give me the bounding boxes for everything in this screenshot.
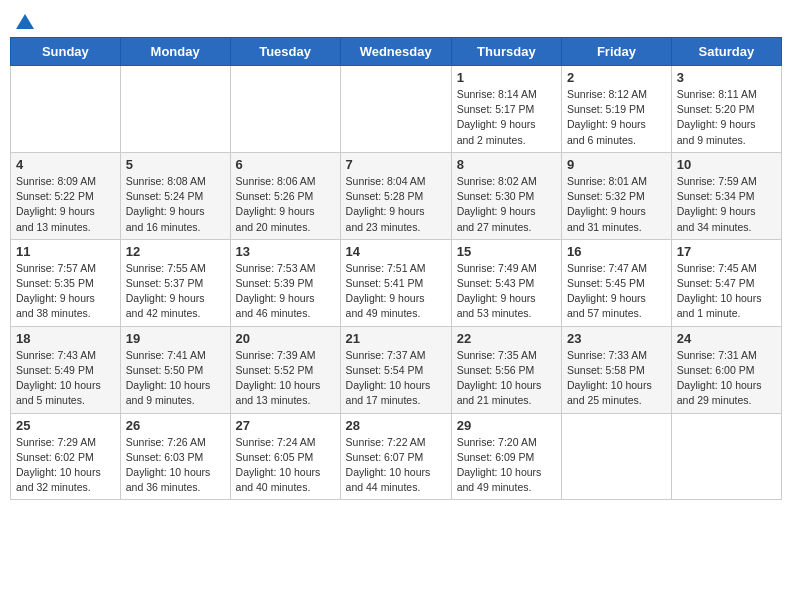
calendar-cell xyxy=(120,66,230,153)
sun-info: Sunrise: 7:24 AM Sunset: 6:05 PM Dayligh… xyxy=(236,435,335,496)
day-number: 5 xyxy=(126,157,225,172)
calendar-cell: 28Sunrise: 7:22 AM Sunset: 6:07 PM Dayli… xyxy=(340,413,451,500)
calendar-cell: 14Sunrise: 7:51 AM Sunset: 5:41 PM Dayli… xyxy=(340,239,451,326)
day-number: 16 xyxy=(567,244,666,259)
sun-info: Sunrise: 8:09 AM Sunset: 5:22 PM Dayligh… xyxy=(16,174,115,235)
calendar-cell: 15Sunrise: 7:49 AM Sunset: 5:43 PM Dayli… xyxy=(451,239,561,326)
column-header-tuesday: Tuesday xyxy=(230,38,340,66)
calendar-cell: 12Sunrise: 7:55 AM Sunset: 5:37 PM Dayli… xyxy=(120,239,230,326)
calendar-cell: 13Sunrise: 7:53 AM Sunset: 5:39 PM Dayli… xyxy=(230,239,340,326)
sun-info: Sunrise: 7:33 AM Sunset: 5:58 PM Dayligh… xyxy=(567,348,666,409)
calendar-week-row: 4Sunrise: 8:09 AM Sunset: 5:22 PM Daylig… xyxy=(11,152,782,239)
sun-info: Sunrise: 8:01 AM Sunset: 5:32 PM Dayligh… xyxy=(567,174,666,235)
day-number: 20 xyxy=(236,331,335,346)
sun-info: Sunrise: 8:14 AM Sunset: 5:17 PM Dayligh… xyxy=(457,87,556,148)
day-number: 21 xyxy=(346,331,446,346)
calendar-cell: 8Sunrise: 8:02 AM Sunset: 5:30 PM Daylig… xyxy=(451,152,561,239)
calendar-cell xyxy=(562,413,672,500)
page-header xyxy=(10,10,782,31)
day-number: 26 xyxy=(126,418,225,433)
day-number: 3 xyxy=(677,70,776,85)
calendar-cell: 6Sunrise: 8:06 AM Sunset: 5:26 PM Daylig… xyxy=(230,152,340,239)
sun-info: Sunrise: 7:31 AM Sunset: 6:00 PM Dayligh… xyxy=(677,348,776,409)
column-header-friday: Friday xyxy=(562,38,672,66)
day-number: 24 xyxy=(677,331,776,346)
day-number: 7 xyxy=(346,157,446,172)
calendar-week-row: 18Sunrise: 7:43 AM Sunset: 5:49 PM Dayli… xyxy=(11,326,782,413)
calendar-cell: 29Sunrise: 7:20 AM Sunset: 6:09 PM Dayli… xyxy=(451,413,561,500)
calendar-cell: 25Sunrise: 7:29 AM Sunset: 6:02 PM Dayli… xyxy=(11,413,121,500)
sun-info: Sunrise: 7:41 AM Sunset: 5:50 PM Dayligh… xyxy=(126,348,225,409)
calendar-header-row: SundayMondayTuesdayWednesdayThursdayFrid… xyxy=(11,38,782,66)
day-number: 25 xyxy=(16,418,115,433)
sun-info: Sunrise: 8:08 AM Sunset: 5:24 PM Dayligh… xyxy=(126,174,225,235)
sun-info: Sunrise: 7:39 AM Sunset: 5:52 PM Dayligh… xyxy=(236,348,335,409)
calendar-cell: 18Sunrise: 7:43 AM Sunset: 5:49 PM Dayli… xyxy=(11,326,121,413)
calendar-cell xyxy=(230,66,340,153)
sun-info: Sunrise: 7:43 AM Sunset: 5:49 PM Dayligh… xyxy=(16,348,115,409)
day-number: 14 xyxy=(346,244,446,259)
day-number: 22 xyxy=(457,331,556,346)
sun-info: Sunrise: 7:59 AM Sunset: 5:34 PM Dayligh… xyxy=(677,174,776,235)
sun-info: Sunrise: 7:53 AM Sunset: 5:39 PM Dayligh… xyxy=(236,261,335,322)
column-header-saturday: Saturday xyxy=(671,38,781,66)
day-number: 6 xyxy=(236,157,335,172)
day-number: 4 xyxy=(16,157,115,172)
logo xyxy=(14,10,34,31)
day-number: 11 xyxy=(16,244,115,259)
sun-info: Sunrise: 8:02 AM Sunset: 5:30 PM Dayligh… xyxy=(457,174,556,235)
sun-info: Sunrise: 7:55 AM Sunset: 5:37 PM Dayligh… xyxy=(126,261,225,322)
calendar-cell xyxy=(671,413,781,500)
day-number: 18 xyxy=(16,331,115,346)
day-number: 13 xyxy=(236,244,335,259)
day-number: 29 xyxy=(457,418,556,433)
calendar-cell: 9Sunrise: 8:01 AM Sunset: 5:32 PM Daylig… xyxy=(562,152,672,239)
sun-info: Sunrise: 7:49 AM Sunset: 5:43 PM Dayligh… xyxy=(457,261,556,322)
calendar-cell: 22Sunrise: 7:35 AM Sunset: 5:56 PM Dayli… xyxy=(451,326,561,413)
sun-info: Sunrise: 8:06 AM Sunset: 5:26 PM Dayligh… xyxy=(236,174,335,235)
calendar-cell: 5Sunrise: 8:08 AM Sunset: 5:24 PM Daylig… xyxy=(120,152,230,239)
column-header-thursday: Thursday xyxy=(451,38,561,66)
calendar-cell xyxy=(340,66,451,153)
sun-info: Sunrise: 7:51 AM Sunset: 5:41 PM Dayligh… xyxy=(346,261,446,322)
day-number: 28 xyxy=(346,418,446,433)
day-number: 27 xyxy=(236,418,335,433)
calendar-cell: 3Sunrise: 8:11 AM Sunset: 5:20 PM Daylig… xyxy=(671,66,781,153)
sun-info: Sunrise: 7:57 AM Sunset: 5:35 PM Dayligh… xyxy=(16,261,115,322)
day-number: 8 xyxy=(457,157,556,172)
sun-info: Sunrise: 7:45 AM Sunset: 5:47 PM Dayligh… xyxy=(677,261,776,322)
calendar-cell: 24Sunrise: 7:31 AM Sunset: 6:00 PM Dayli… xyxy=(671,326,781,413)
day-number: 12 xyxy=(126,244,225,259)
sun-info: Sunrise: 8:04 AM Sunset: 5:28 PM Dayligh… xyxy=(346,174,446,235)
sun-info: Sunrise: 7:37 AM Sunset: 5:54 PM Dayligh… xyxy=(346,348,446,409)
calendar-cell: 1Sunrise: 8:14 AM Sunset: 5:17 PM Daylig… xyxy=(451,66,561,153)
calendar-cell: 7Sunrise: 8:04 AM Sunset: 5:28 PM Daylig… xyxy=(340,152,451,239)
day-number: 10 xyxy=(677,157,776,172)
day-number: 1 xyxy=(457,70,556,85)
calendar-cell: 17Sunrise: 7:45 AM Sunset: 5:47 PM Dayli… xyxy=(671,239,781,326)
calendar-cell: 27Sunrise: 7:24 AM Sunset: 6:05 PM Dayli… xyxy=(230,413,340,500)
day-number: 23 xyxy=(567,331,666,346)
calendar-week-row: 1Sunrise: 8:14 AM Sunset: 5:17 PM Daylig… xyxy=(11,66,782,153)
calendar-cell: 21Sunrise: 7:37 AM Sunset: 5:54 PM Dayli… xyxy=(340,326,451,413)
day-number: 2 xyxy=(567,70,666,85)
calendar-cell: 26Sunrise: 7:26 AM Sunset: 6:03 PM Dayli… xyxy=(120,413,230,500)
sun-info: Sunrise: 7:22 AM Sunset: 6:07 PM Dayligh… xyxy=(346,435,446,496)
calendar-cell: 19Sunrise: 7:41 AM Sunset: 5:50 PM Dayli… xyxy=(120,326,230,413)
calendar-cell: 11Sunrise: 7:57 AM Sunset: 5:35 PM Dayli… xyxy=(11,239,121,326)
calendar-cell xyxy=(11,66,121,153)
calendar-cell: 2Sunrise: 8:12 AM Sunset: 5:19 PM Daylig… xyxy=(562,66,672,153)
sun-info: Sunrise: 7:47 AM Sunset: 5:45 PM Dayligh… xyxy=(567,261,666,322)
calendar-table: SundayMondayTuesdayWednesdayThursdayFrid… xyxy=(10,37,782,500)
calendar-week-row: 11Sunrise: 7:57 AM Sunset: 5:35 PM Dayli… xyxy=(11,239,782,326)
column-header-wednesday: Wednesday xyxy=(340,38,451,66)
calendar-cell: 10Sunrise: 7:59 AM Sunset: 5:34 PM Dayli… xyxy=(671,152,781,239)
column-header-monday: Monday xyxy=(120,38,230,66)
day-number: 19 xyxy=(126,331,225,346)
sun-info: Sunrise: 8:11 AM Sunset: 5:20 PM Dayligh… xyxy=(677,87,776,148)
day-number: 15 xyxy=(457,244,556,259)
calendar-cell: 4Sunrise: 8:09 AM Sunset: 5:22 PM Daylig… xyxy=(11,152,121,239)
day-number: 9 xyxy=(567,157,666,172)
sun-info: Sunrise: 7:26 AM Sunset: 6:03 PM Dayligh… xyxy=(126,435,225,496)
calendar-cell: 23Sunrise: 7:33 AM Sunset: 5:58 PM Dayli… xyxy=(562,326,672,413)
